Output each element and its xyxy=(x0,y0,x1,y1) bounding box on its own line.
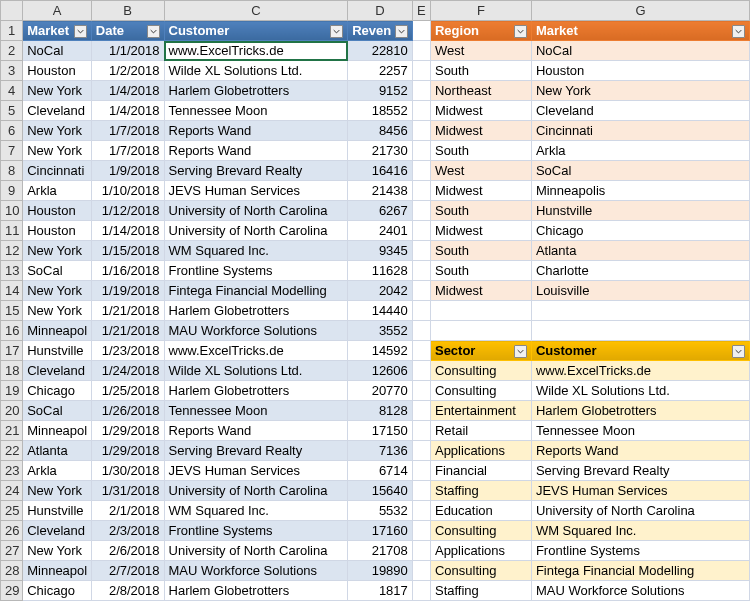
cell-A4-2[interactable]: Harlem Globetrotters xyxy=(164,81,348,101)
cell-A11-1[interactable]: 1/14/2018 xyxy=(91,221,164,241)
cell-E8[interactable] xyxy=(412,161,430,181)
cell-E14[interactable] xyxy=(412,281,430,301)
cell-FG21-1[interactable]: Tennessee Moon xyxy=(531,421,749,441)
col-header-A[interactable]: A xyxy=(23,1,92,21)
cell-A6-2[interactable]: Reports Wand xyxy=(164,121,348,141)
row-header-25[interactable]: 25 xyxy=(1,501,23,521)
cell-A16-2[interactable]: MAU Workforce Solutions xyxy=(164,321,348,341)
col-header-F[interactable]: F xyxy=(430,1,531,21)
cell-FG2-1[interactable]: NoCal xyxy=(531,41,749,61)
cell-G15[interactable] xyxy=(531,301,749,321)
row-header-19[interactable]: 19 xyxy=(1,381,23,401)
cell-FG28-1[interactable]: Fintega Financial Modelling xyxy=(531,561,749,581)
cell-A15-3[interactable]: 14440 xyxy=(348,301,413,321)
cell-A24-2[interactable]: University of North Carolina xyxy=(164,481,348,501)
cell-A27-2[interactable]: University of North Carolina xyxy=(164,541,348,561)
cell-A22-1[interactable]: 1/29/2018 xyxy=(91,441,164,461)
col-header-G[interactable]: G xyxy=(531,1,749,21)
cell-A18-0[interactable]: Cleveland xyxy=(23,361,92,381)
cell-A23-2[interactable]: JEVS Human Services xyxy=(164,461,348,481)
row-header-15[interactable]: 15 xyxy=(1,301,23,321)
row-header-21[interactable]: 21 xyxy=(1,421,23,441)
cell-FG18-0[interactable]: Consulting xyxy=(430,361,531,381)
cell-A29-2[interactable]: Harlem Globetrotters xyxy=(164,581,348,601)
cell-A22-0[interactable]: Atlanta xyxy=(23,441,92,461)
cell-A17-2[interactable]: www.ExcelTricks.de xyxy=(164,341,348,361)
cell-A26-2[interactable]: Frontline Systems xyxy=(164,521,348,541)
cell-FG8-0[interactable]: West xyxy=(430,161,531,181)
cell-E21[interactable] xyxy=(412,421,430,441)
cell-A29-0[interactable]: Chicago xyxy=(23,581,92,601)
row-header-14[interactable]: 14 xyxy=(1,281,23,301)
t3-col1-filter-button[interactable] xyxy=(732,345,745,358)
cell-E28[interactable] xyxy=(412,561,430,581)
cell-A25-3[interactable]: 5532 xyxy=(348,501,413,521)
cell-FG8-1[interactable]: SoCal xyxy=(531,161,749,181)
cell-A7-2[interactable]: Reports Wand xyxy=(164,141,348,161)
row-header-23[interactable]: 23 xyxy=(1,461,23,481)
cell-A21-0[interactable]: Minneapol xyxy=(23,421,92,441)
cell-A7-3[interactable]: 21730 xyxy=(348,141,413,161)
cell-FG4-0[interactable]: Northeast xyxy=(430,81,531,101)
cell-A12-2[interactable]: WM Squared Inc. xyxy=(164,241,348,261)
cell-FG21-0[interactable]: Retail xyxy=(430,421,531,441)
spreadsheet[interactable]: ABCDEFG1MarketDateCustomerRevenRegionMar… xyxy=(0,0,750,611)
t2-col0-filter-button[interactable] xyxy=(514,25,527,38)
t3-header-0[interactable]: Sector xyxy=(430,341,531,361)
row-header-27[interactable]: 27 xyxy=(1,541,23,561)
cell-FG3-0[interactable]: South xyxy=(430,61,531,81)
cell-A14-3[interactable]: 2042 xyxy=(348,281,413,301)
cell-A11-2[interactable]: University of North Carolina xyxy=(164,221,348,241)
cell-A3-3[interactable]: 2257 xyxy=(348,61,413,81)
cell-E15[interactable] xyxy=(412,301,430,321)
cell-A4-3[interactable]: 9152 xyxy=(348,81,413,101)
cell-A15-2[interactable]: Harlem Globetrotters xyxy=(164,301,348,321)
cell-A24-3[interactable]: 15640 xyxy=(348,481,413,501)
row-header-26[interactable]: 26 xyxy=(1,521,23,541)
cell-F16[interactable] xyxy=(430,321,531,341)
cell-A17-0[interactable]: Hunstville xyxy=(23,341,92,361)
cell-FG19-1[interactable]: Wilde XL Solutions Ltd. xyxy=(531,381,749,401)
row-header-18[interactable]: 18 xyxy=(1,361,23,381)
cell-A12-0[interactable]: New York xyxy=(23,241,92,261)
cell-A27-1[interactable]: 2/6/2018 xyxy=(91,541,164,561)
cell-A6-1[interactable]: 1/7/2018 xyxy=(91,121,164,141)
cell-A8-1[interactable]: 1/9/2018 xyxy=(91,161,164,181)
cell-FG9-1[interactable]: Minneapolis xyxy=(531,181,749,201)
cell-A13-0[interactable]: SoCal xyxy=(23,261,92,281)
cell-A14-2[interactable]: Fintega Financial Modelling xyxy=(164,281,348,301)
cell-FG26-0[interactable]: Consulting xyxy=(430,521,531,541)
cell-A5-2[interactable]: Tennessee Moon xyxy=(164,101,348,121)
cell-E24[interactable] xyxy=(412,481,430,501)
cell-A8-2[interactable]: Serving Brevard Realty xyxy=(164,161,348,181)
cell-FG11-1[interactable]: Chicago xyxy=(531,221,749,241)
cell-A3-1[interactable]: 1/2/2018 xyxy=(91,61,164,81)
t3-col0-filter-button[interactable] xyxy=(514,345,527,358)
row-header-1[interactable]: 1 xyxy=(1,21,23,41)
cell-A8-0[interactable]: Cincinnati xyxy=(23,161,92,181)
t3-header-1[interactable]: Customer xyxy=(531,341,749,361)
row-header-10[interactable]: 10 xyxy=(1,201,23,221)
cell-A23-1[interactable]: 1/30/2018 xyxy=(91,461,164,481)
cell-A20-3[interactable]: 8128 xyxy=(348,401,413,421)
cell-A7-0[interactable]: New York xyxy=(23,141,92,161)
cell-FG6-0[interactable]: Midwest xyxy=(430,121,531,141)
t1-col2-filter-button[interactable] xyxy=(330,25,343,38)
cell-E10[interactable] xyxy=(412,201,430,221)
cell-A7-1[interactable]: 1/7/2018 xyxy=(91,141,164,161)
cell-A26-3[interactable]: 17160 xyxy=(348,521,413,541)
row-header-16[interactable]: 16 xyxy=(1,321,23,341)
cell-A9-2[interactable]: JEVS Human Services xyxy=(164,181,348,201)
t1-header-2[interactable]: Customer xyxy=(164,21,348,41)
col-header-B[interactable]: B xyxy=(91,1,164,21)
cell-FG14-1[interactable]: Louisville xyxy=(531,281,749,301)
cell-FG3-1[interactable]: Houston xyxy=(531,61,749,81)
cell-FG24-0[interactable]: Staffing xyxy=(430,481,531,501)
cell-FG19-0[interactable]: Consulting xyxy=(430,381,531,401)
cell-A28-0[interactable]: Minneapol xyxy=(23,561,92,581)
t2-header-1[interactable]: Market xyxy=(531,21,749,41)
cell-FG2-0[interactable]: West xyxy=(430,41,531,61)
cell-FG28-0[interactable]: Consulting xyxy=(430,561,531,581)
cell-FG25-0[interactable]: Education xyxy=(430,501,531,521)
cell-A9-1[interactable]: 1/10/2018 xyxy=(91,181,164,201)
